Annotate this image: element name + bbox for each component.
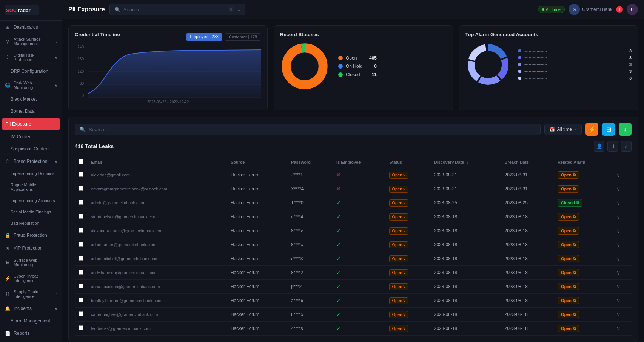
expand-icon[interactable]: ∨ xyxy=(616,270,620,276)
expand-icon[interactable]: ∨ xyxy=(616,256,620,262)
expand-icon[interactable]: ∨ xyxy=(616,298,620,304)
status-dropdown[interactable]: Open ∨ xyxy=(389,213,408,221)
expand-icon[interactable]: ∨ xyxy=(616,186,620,192)
status-dropdown[interactable]: Open ∨ xyxy=(389,227,408,235)
row-checkbox-cell[interactable] xyxy=(75,294,87,308)
row-checkbox-11[interactable] xyxy=(79,325,83,330)
row-related-alarm[interactable]: Open ⧉ xyxy=(554,224,613,238)
alarm-badge[interactable]: Open ⧉ xyxy=(558,325,579,332)
status-dropdown[interactable]: Open ∨ xyxy=(389,269,408,276)
alarm-badge[interactable]: Open ⧉ xyxy=(558,171,579,179)
alarm-badge[interactable]: Open ⧉ xyxy=(558,311,579,318)
person-icon-button[interactable]: 👤 xyxy=(594,141,604,152)
alarm-badge[interactable]: Open ⧉ xyxy=(558,213,579,221)
row-expand[interactable]: ∨ xyxy=(613,182,632,196)
sidebar-item-pii-exposure[interactable]: PII Exposure xyxy=(2,118,60,130)
select-all-header[interactable] xyxy=(75,156,87,168)
table-search-bar[interactable]: 🔍 xyxy=(75,124,541,135)
sidebar-item-impersonating-accounts[interactable]: Impersonating Accounts xyxy=(0,195,62,206)
alarm-badge[interactable]: Open ⧉ xyxy=(558,269,579,276)
row-checkbox-cell[interactable] xyxy=(75,322,87,336)
expand-icon[interactable]: ∨ xyxy=(616,325,620,331)
row-status[interactable]: Open ∨ xyxy=(385,238,430,252)
row-expand[interactable]: ∨ xyxy=(613,168,632,182)
row-related-alarm[interactable]: Closed ⧉ xyxy=(554,196,613,210)
user-profile-avatar[interactable]: U xyxy=(627,4,638,15)
row-related-alarm[interactable]: Open ⧉ xyxy=(554,210,613,224)
alarm-badge[interactable]: Open ⧉ xyxy=(558,227,579,235)
status-dropdown[interactable]: Open ∨ xyxy=(389,255,408,262)
row-checkbox-6[interactable] xyxy=(79,256,83,261)
sidebar-item-brand-protection[interactable]: ⬡ Brand Protection ∨ xyxy=(0,155,62,168)
table-search-input[interactable] xyxy=(89,127,536,132)
row-status[interactable]: Open ∨ xyxy=(385,266,430,280)
row-checkbox-cell[interactable] xyxy=(75,252,87,266)
expand-icon[interactable]: ∨ xyxy=(616,284,620,290)
row-checkbox-2[interactable] xyxy=(79,200,83,205)
sidebar-item-reports[interactable]: 📄 Reports xyxy=(0,327,62,340)
expand-icon[interactable]: ∨ xyxy=(616,228,620,234)
alarm-badge[interactable]: Open ⧉ xyxy=(558,185,579,193)
row-expand[interactable]: ∨ xyxy=(613,196,632,210)
row-related-alarm[interactable]: Open ⧉ xyxy=(554,308,613,322)
row-checkbox-cell[interactable] xyxy=(75,280,87,294)
row-checkbox-10[interactable] xyxy=(79,311,83,316)
sidebar-item-im-content[interactable]: IM Content xyxy=(0,131,62,143)
row-expand[interactable]: ∨ xyxy=(613,322,632,336)
row-related-alarm[interactable]: Open ⧉ xyxy=(554,322,613,336)
row-status[interactable]: Open ∨ xyxy=(385,252,430,266)
row-expand[interactable]: ∨ xyxy=(613,280,632,294)
row-checkbox-cell[interactable] xyxy=(75,266,87,280)
sidebar-item-supply-chain[interactable]: ⛓ Supply Chain Intelligence › xyxy=(0,286,62,302)
row-status[interactable]: Open ∨ xyxy=(385,196,430,210)
row-checkbox-cell[interactable] xyxy=(75,224,87,238)
row-related-alarm[interactable]: Open ⧉ xyxy=(554,280,613,294)
row-status[interactable]: Open ∨ xyxy=(385,210,430,224)
row-checkbox-1[interactable] xyxy=(79,186,83,191)
row-checkbox-8[interactable] xyxy=(79,284,83,288)
row-expand[interactable]: ∨ xyxy=(613,252,632,266)
sidebar-item-settings[interactable]: ⚙ Settings › xyxy=(0,340,62,342)
filter-button[interactable]: ⚡ xyxy=(585,123,598,136)
tab-employee[interactable]: Employee | 238 xyxy=(186,33,222,41)
expand-icon[interactable]: ∨ xyxy=(616,172,620,178)
status-dropdown[interactable]: Open ∨ xyxy=(389,241,408,248)
sidebar-item-drp-config[interactable]: DRP Configuration xyxy=(0,65,62,77)
row-checkbox-4[interactable] xyxy=(79,228,83,233)
row-checkbox-0[interactable] xyxy=(79,172,83,177)
sidebar-item-digital-risk[interactable]: 🛡 Digital Risk Protection ∨ xyxy=(0,49,62,65)
row-checkbox-cell[interactable] xyxy=(75,238,87,252)
row-expand[interactable]: ∨ xyxy=(613,224,632,238)
row-related-alarm[interactable]: Open ⧉ xyxy=(554,294,613,308)
user-info[interactable]: G Gramerci Bank xyxy=(569,4,612,15)
sidebar-item-impersonating-domains[interactable]: Impersonating Domains xyxy=(0,168,62,179)
notification-badge[interactable]: 1 xyxy=(616,6,623,13)
row-related-alarm[interactable]: Open ⧉ xyxy=(554,238,613,252)
sidebar-item-vip-protection[interactable]: ★ VIP Protection xyxy=(0,242,62,255)
global-search-bar[interactable]: 🔍 K × xyxy=(109,4,245,15)
row-related-alarm[interactable]: Open ⧉ xyxy=(554,252,613,266)
row-status[interactable]: Open ∨ xyxy=(385,168,430,182)
status-dropdown[interactable]: Open ∨ xyxy=(389,311,408,318)
row-checkbox-cell[interactable] xyxy=(75,182,87,196)
row-status[interactable]: Open ∨ xyxy=(385,308,430,322)
sidebar-item-alarm-management[interactable]: Alarm Management xyxy=(0,315,62,327)
alarm-badge[interactable]: Open ⧉ xyxy=(558,297,579,304)
sidebar-item-rogue-mobile[interactable]: Rogue Mobile Applications xyxy=(0,179,62,195)
row-checkbox-9[interactable] xyxy=(79,298,83,302)
expand-icon[interactable]: ∨ xyxy=(616,311,620,317)
sidebar-item-dark-web[interactable]: 🌐 Dark Web Monitoring ∨ xyxy=(0,77,62,93)
sidebar-item-cyber-threat[interactable]: ⚡ Cyber Threat Intelligence › xyxy=(0,270,62,286)
row-checkbox-5[interactable] xyxy=(79,242,83,247)
row-expand[interactable]: ∨ xyxy=(613,308,632,322)
alarm-badge[interactable]: Open ⧉ xyxy=(558,283,579,290)
row-checkbox-cell[interactable] xyxy=(75,308,87,322)
status-dropdown[interactable]: Open ∨ xyxy=(389,186,408,193)
row-checkbox-cell[interactable] xyxy=(75,210,87,224)
row-checkbox-3[interactable] xyxy=(79,214,83,219)
sidebar-item-surface-web[interactable]: 🖥 Surface Web Monitoring xyxy=(0,255,62,270)
export-button[interactable]: ↓ xyxy=(619,123,632,136)
select-all-checkbox[interactable] xyxy=(79,159,83,164)
time-filter[interactable]: 📅 All time × xyxy=(544,124,582,135)
columns-button[interactable]: ⊞ xyxy=(602,123,615,136)
